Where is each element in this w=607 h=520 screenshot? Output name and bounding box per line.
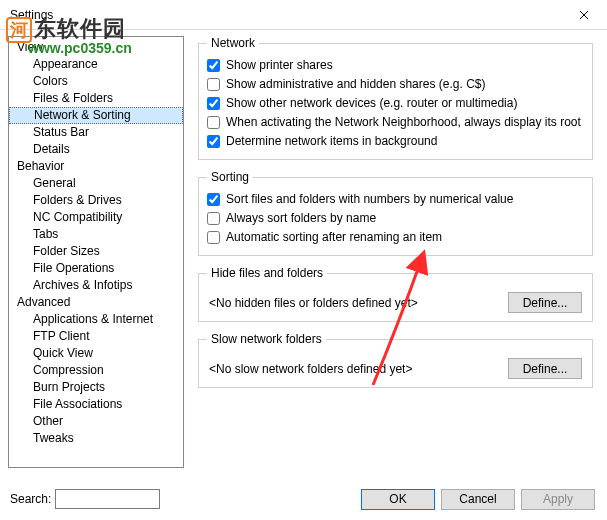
network-checkbox-1[interactable]	[207, 78, 220, 91]
network-checkbox-3[interactable]	[207, 116, 220, 129]
sorting-row-1[interactable]: Always sort folders by name	[207, 209, 584, 228]
tree-item-behavior[interactable]: Behavior	[9, 158, 183, 175]
group-network: Network Show printer sharesShow administ…	[198, 36, 593, 160]
network-label-3: When activating the Network Neighborhood…	[226, 114, 581, 131]
tree-item-tabs[interactable]: Tabs	[9, 226, 183, 243]
tree-item-appearance[interactable]: Appearance	[9, 56, 183, 73]
footer: Search: OK Cancel Apply	[0, 478, 607, 520]
tree-item-tweaks[interactable]: Tweaks	[9, 430, 183, 447]
sorting-label-1: Always sort folders by name	[226, 210, 376, 227]
tree-item-folder-sizes[interactable]: Folder Sizes	[9, 243, 183, 260]
hide-define-button[interactable]: Define...	[508, 292, 582, 313]
network-row-0[interactable]: Show printer shares	[207, 56, 584, 75]
settings-tree[interactable]: ViewAppearanceColorsFiles & FoldersNetwo…	[8, 36, 184, 468]
slow-info-text: <No slow network folders defined yet>	[209, 362, 412, 376]
search-label: Search:	[10, 492, 51, 506]
apply-button[interactable]: Apply	[521, 489, 595, 510]
network-row-1[interactable]: Show administrative and hidden shares (e…	[207, 75, 584, 94]
network-label-4: Determine network items in background	[226, 133, 437, 150]
tree-item-applications-internet[interactable]: Applications & Internet	[9, 311, 183, 328]
tree-item-status-bar[interactable]: Status Bar	[9, 124, 183, 141]
tree-item-nc-compatibility[interactable]: NC Compatibility	[9, 209, 183, 226]
sidebar: ViewAppearanceColorsFiles & FoldersNetwo…	[0, 30, 188, 478]
tree-item-quick-view[interactable]: Quick View	[9, 345, 183, 362]
network-row-3[interactable]: When activating the Network Neighborhood…	[207, 113, 584, 132]
tree-item-general[interactable]: General	[9, 175, 183, 192]
content-panel: Network Show printer sharesShow administ…	[188, 30, 605, 478]
tree-item-compression[interactable]: Compression	[9, 362, 183, 379]
hide-info-text: <No hidden files or folders defined yet>	[209, 296, 418, 310]
network-row-2[interactable]: Show other network devices (e.g. router …	[207, 94, 584, 113]
tree-item-colors[interactable]: Colors	[9, 73, 183, 90]
network-label-1: Show administrative and hidden shares (e…	[226, 76, 485, 93]
sorting-checkbox-0[interactable]	[207, 193, 220, 206]
tree-item-archives-infotips[interactable]: Archives & Infotips	[9, 277, 183, 294]
close-icon	[579, 10, 589, 20]
group-hide: Hide files and folders <No hidden files …	[198, 266, 593, 322]
sorting-label-0: Sort files and folders with numbers by n…	[226, 191, 513, 208]
group-slow: Slow network folders <No slow network fo…	[198, 332, 593, 388]
ok-button[interactable]: OK	[361, 489, 435, 510]
slow-define-button[interactable]: Define...	[508, 358, 582, 379]
group-network-legend: Network	[207, 36, 259, 50]
group-sorting-legend: Sorting	[207, 170, 253, 184]
tree-item-details[interactable]: Details	[9, 141, 183, 158]
network-row-4[interactable]: Determine network items in background	[207, 132, 584, 151]
window-title: Settings	[10, 8, 561, 22]
tree-item-folders-drives[interactable]: Folders & Drives	[9, 192, 183, 209]
cancel-button[interactable]: Cancel	[441, 489, 515, 510]
tree-item-ftp-client[interactable]: FTP Client	[9, 328, 183, 345]
sorting-checkbox-2[interactable]	[207, 231, 220, 244]
network-label-2: Show other network devices (e.g. router …	[226, 95, 517, 112]
sorting-checkbox-1[interactable]	[207, 212, 220, 225]
titlebar: Settings	[0, 0, 607, 30]
group-hide-legend: Hide files and folders	[207, 266, 327, 280]
group-sorting: Sorting Sort files and folders with numb…	[198, 170, 593, 256]
sorting-row-0[interactable]: Sort files and folders with numbers by n…	[207, 190, 584, 209]
group-slow-legend: Slow network folders	[207, 332, 326, 346]
tree-item-file-associations[interactable]: File Associations	[9, 396, 183, 413]
tree-item-view[interactable]: View	[9, 39, 183, 56]
network-checkbox-4[interactable]	[207, 135, 220, 148]
sorting-label-2: Automatic sorting after renaming an item	[226, 229, 442, 246]
tree-item-files-folders[interactable]: Files & Folders	[9, 90, 183, 107]
network-checkbox-0[interactable]	[207, 59, 220, 72]
tree-item-network-sorting[interactable]: Network & Sorting	[9, 107, 183, 124]
close-button[interactable]	[561, 0, 607, 30]
tree-item-advanced[interactable]: Advanced	[9, 294, 183, 311]
network-label-0: Show printer shares	[226, 57, 333, 74]
search-input[interactable]	[55, 489, 160, 509]
network-checkbox-2[interactable]	[207, 97, 220, 110]
tree-item-other[interactable]: Other	[9, 413, 183, 430]
tree-item-burn-projects[interactable]: Burn Projects	[9, 379, 183, 396]
main-area: ViewAppearanceColorsFiles & FoldersNetwo…	[0, 30, 607, 478]
sorting-row-2[interactable]: Automatic sorting after renaming an item	[207, 228, 584, 247]
tree-item-file-operations[interactable]: File Operations	[9, 260, 183, 277]
